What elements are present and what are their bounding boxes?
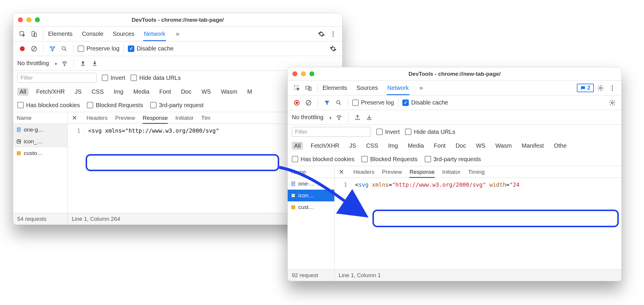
- list-item[interactable]: one-…: [288, 178, 334, 190]
- tab-network[interactable]: Network: [387, 81, 409, 95]
- disable-cache-option[interactable]: Disable cache: [128, 45, 174, 52]
- hide-data-urls-option[interactable]: Hide data URLs: [131, 75, 181, 81]
- preserve-log-option[interactable]: Preserve log: [78, 45, 119, 52]
- preserve-log-checkbox[interactable]: [78, 46, 84, 52]
- dtab-timing[interactable]: Tim: [201, 112, 210, 124]
- throttling-select[interactable]: No throttling: [292, 114, 332, 121]
- type-media[interactable]: Media: [131, 88, 152, 96]
- type-img[interactable]: Img: [111, 88, 126, 96]
- blocked-requests-checkbox[interactable]: [87, 102, 93, 108]
- dtab-headers[interactable]: Headers: [353, 166, 374, 178]
- list-item[interactable]: cust…: [288, 201, 334, 213]
- download-har-icon[interactable]: [364, 112, 374, 122]
- device-icon[interactable]: [29, 29, 39, 39]
- dtab-initiator[interactable]: Initiator: [175, 112, 194, 124]
- response-code[interactable]: <svg xmlns="http://www.w3.org/2000/svg": [84, 127, 219, 134]
- upload-har-icon[interactable]: [352, 112, 362, 122]
- response-code[interactable]: <svg xmlns="http://www.w3.org/2000/svg" …: [351, 181, 520, 188]
- invert-checkbox[interactable]: [376, 129, 383, 135]
- wifi-icon[interactable]: [334, 112, 344, 122]
- network-settings-icon[interactable]: [328, 44, 338, 54]
- dtab-response[interactable]: Response: [409, 166, 435, 178]
- close-dot[interactable]: [292, 71, 297, 76]
- tab-elements[interactable]: Elements: [322, 81, 348, 95]
- settings-icon[interactable]: [596, 83, 606, 93]
- type-more[interactable]: M: [245, 88, 255, 96]
- dtab-preview[interactable]: Preview: [382, 166, 402, 178]
- type-fetchxhr[interactable]: Fetch/XHR: [308, 142, 342, 150]
- blocked-requests-option[interactable]: Blocked Requests: [361, 156, 417, 163]
- inspect-icon[interactable]: [292, 83, 302, 93]
- throttling-select[interactable]: No throttling: [17, 60, 58, 67]
- type-all[interactable]: All: [17, 88, 28, 96]
- dtab-headers[interactable]: Headers: [87, 112, 108, 124]
- third-party-option[interactable]: 3rd-party request: [150, 102, 204, 109]
- zoom-dot[interactable]: [35, 17, 40, 22]
- upload-har-icon[interactable]: [78, 58, 88, 68]
- blocked-cookies-checkbox[interactable]: [17, 102, 24, 108]
- messages-badge[interactable]: 2: [577, 84, 594, 92]
- list-item[interactable]: custo…: [13, 147, 67, 159]
- list-item[interactable]: one-g…: [13, 124, 67, 136]
- dtab-response[interactable]: Response: [143, 112, 168, 124]
- preserve-log-option[interactable]: Preserve log: [352, 99, 394, 106]
- type-css[interactable]: CSS: [364, 142, 380, 150]
- minimize-dot[interactable]: [301, 71, 306, 76]
- device-icon[interactable]: [304, 83, 313, 93]
- blocked-cookies-checkbox[interactable]: [292, 156, 298, 162]
- kebab-icon[interactable]: [607, 83, 617, 93]
- dtab-initiator[interactable]: Initiator: [442, 166, 460, 178]
- filter-icon[interactable]: [48, 44, 57, 54]
- clear-icon[interactable]: [29, 44, 39, 54]
- network-settings-icon[interactable]: [607, 98, 617, 108]
- minimize-dot[interactable]: [26, 17, 31, 22]
- name-column-header[interactable]: Name: [288, 166, 335, 178]
- inspect-icon[interactable]: [17, 29, 27, 39]
- hide-data-urls-checkbox[interactable]: [131, 75, 137, 81]
- close-details-icon[interactable]: ✕: [339, 168, 346, 176]
- invert-option[interactable]: Invert: [102, 75, 125, 81]
- type-doc[interactable]: Doc: [453, 142, 468, 150]
- name-column-header[interactable]: Name: [13, 112, 68, 124]
- record-icon[interactable]: [292, 98, 302, 108]
- list-item-selected[interactable]: icon…: [288, 190, 334, 201]
- type-fetchxhr[interactable]: Fetch/XHR: [34, 88, 67, 96]
- type-font[interactable]: Font: [431, 142, 448, 150]
- type-img[interactable]: Img: [386, 142, 400, 150]
- type-doc[interactable]: Doc: [179, 88, 194, 96]
- dtab-timing[interactable]: Timing: [468, 166, 484, 178]
- filter-input[interactable]: Filter: [17, 73, 96, 83]
- disable-cache-checkbox[interactable]: [402, 100, 409, 106]
- type-js[interactable]: JS: [72, 88, 84, 96]
- tab-elements[interactable]: Elements: [48, 27, 73, 41]
- blocked-cookies-option[interactable]: Has blocked cookies: [17, 102, 80, 109]
- third-party-checkbox[interactable]: [150, 102, 157, 108]
- list-item[interactable]: icon_…: [13, 136, 67, 147]
- close-dot[interactable]: [18, 17, 23, 22]
- third-party-checkbox[interactable]: [425, 156, 431, 162]
- close-details-icon[interactable]: ✕: [72, 114, 79, 122]
- search-icon[interactable]: [334, 98, 344, 108]
- tab-sources[interactable]: Sources: [356, 81, 378, 95]
- type-wasm[interactable]: Wasm: [218, 88, 240, 96]
- blocked-requests-checkbox[interactable]: [361, 156, 368, 162]
- type-ws[interactable]: WS: [199, 88, 213, 96]
- type-media[interactable]: Media: [406, 142, 426, 150]
- preserve-log-checkbox[interactable]: [352, 100, 359, 106]
- type-css[interactable]: CSS: [89, 88, 106, 96]
- search-icon[interactable]: [59, 44, 69, 54]
- blocked-requests-option[interactable]: Blocked Requests: [87, 102, 143, 109]
- tab-console[interactable]: Console: [81, 27, 104, 41]
- disable-cache-checkbox[interactable]: [128, 46, 134, 52]
- filter-icon[interactable]: [322, 98, 332, 108]
- type-other[interactable]: Othe: [552, 142, 569, 150]
- download-har-icon[interactable]: [90, 58, 100, 68]
- wifi-icon[interactable]: [60, 58, 70, 68]
- type-manifest[interactable]: Manifest: [519, 142, 546, 150]
- kebab-icon[interactable]: [328, 29, 338, 39]
- third-party-option[interactable]: 3rd-party requests: [425, 156, 481, 163]
- zoom-dot[interactable]: [309, 71, 314, 76]
- type-all[interactable]: All: [292, 142, 303, 150]
- type-ws[interactable]: WS: [474, 142, 488, 150]
- hide-data-urls-checkbox[interactable]: [405, 129, 411, 135]
